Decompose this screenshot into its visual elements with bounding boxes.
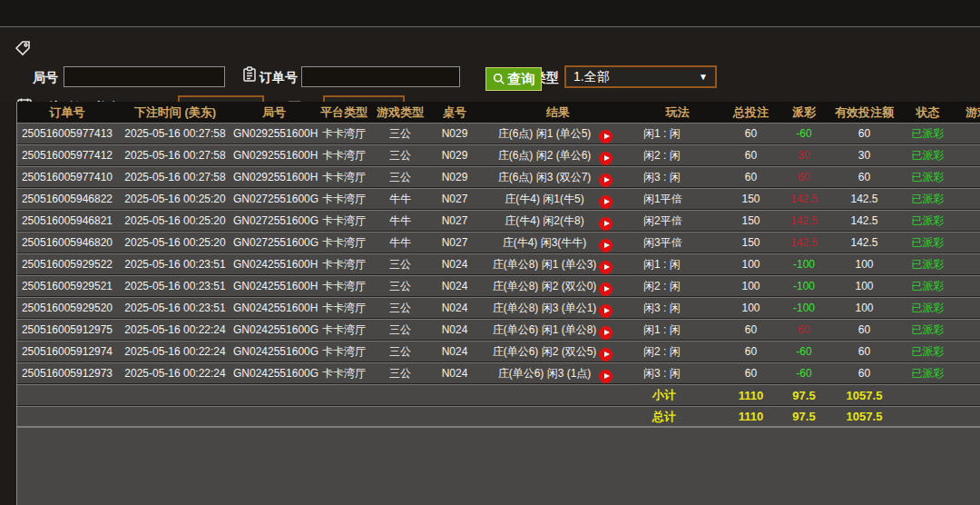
cell-game-no: GN0272551600G [233,193,315,205]
cell-game-no: GN0272551600G [233,214,315,227]
cell-platform-type: 卡卡湾厅 [315,192,373,207]
cell-payout: 30 [781,149,827,162]
cell-table-no: N027 [427,193,482,205]
play-video-icon[interactable] [599,130,612,144]
cell-order-id: 250516005912973 [17,367,117,380]
play-video-icon[interactable] [599,326,612,340]
cell-status: 已派彩 [902,366,954,381]
query-button-label: 查询 [508,71,535,88]
column-header: 总投注 [720,104,781,121]
column-header: 玩法 [634,104,720,121]
cell-table-no: N024 [427,280,482,292]
cell-bet-time: 2025-05-16 00:25:20 [117,236,233,249]
clipboard-icon [241,66,258,83]
total-payout: 97.5 [781,410,827,423]
cell-order-id: 250516005946821 [17,214,117,227]
cell-valid-bet: 142.5 [827,236,902,249]
column-header: 桌号 [427,104,482,121]
query-button[interactable]: 查询 [485,67,542,91]
play-video-icon[interactable] [599,370,612,383]
cell-platform-type: 卡卡湾厅 [315,213,373,229]
column-header: 状态 [902,104,954,121]
play-video-icon[interactable] [599,304,612,318]
cell-order-id: 250516005929520 [17,302,117,314]
cell-payout: 142.5 [781,193,827,205]
play-triangle-icon [604,373,610,379]
play-video-icon[interactable] [599,261,612,274]
table-row: 250516005912975 2025-05-16 00:22:24 GN02… [17,319,980,341]
cell-order-id: 250516005946822 [17,193,117,205]
cell-play-type: 闲2 : 闲 [634,148,720,163]
total-valid-bet: 1057.5 [827,410,902,423]
table-row: 250516005912973 2025-05-16 00:22:24 GN02… [17,362,980,384]
cell-order-id: 250516005912975 [17,323,117,336]
cell-table-no: N029 [427,171,482,183]
cell-total-bet: 60 [720,171,781,183]
cell-bet-time: 2025-05-16 00:25:20 [117,193,233,205]
cell-table-no: N029 [427,149,482,162]
play-video-icon[interactable] [599,217,612,231]
play-triangle-icon [604,330,610,335]
cell-valid-bet: 60 [827,345,902,358]
cell-order-id: 250516005946820 [17,236,117,249]
cell-result: 庄(单公8) 闲2 (双公0) [482,279,634,294]
play-video-icon[interactable] [599,239,612,252]
cell-table-no: N024 [427,367,482,380]
cell-result: 庄(牛4) 闲3(牛牛) [482,235,634,251]
cell-bet-time: 2025-05-16 00:27:58 [117,127,233,140]
order-no-label: 订单号 [260,68,298,86]
cell-platform-type: 卡卡湾厅 [315,301,373,316]
column-header: 订单号 [17,104,117,121]
cell-play-type: 闲1 : 闲 [634,257,720,272]
cell-table-no: N024 [427,302,482,314]
cell-platform-type: 卡卡湾厅 [315,148,373,163]
play-video-icon[interactable] [599,173,612,187]
window-title-bar [0,0,980,27]
cell-platform-type: 卡卡湾厅 [315,366,373,381]
cell-payout: 142.5 [781,214,827,227]
cell-play-type: 闲2 : 闲 [634,279,720,294]
cell-play-type: 闲3 : 闲 [634,170,720,185]
cell-status: 已派彩 [902,213,954,229]
cell-game-type: 三公 [373,148,427,163]
cell-platform-type: 卡卡湾厅 [315,126,373,142]
order-no-input[interactable] [301,66,460,87]
cell-payout: 60 [781,171,827,183]
cell-order-id: 250516005977413 [17,127,117,140]
cell-game-type: 三公 [373,257,427,272]
game-no-input[interactable] [64,66,225,87]
orders-table: 订单号下注时间 (美东)局号平台类型游戏类型桌号结果玩法总投注派彩有效投注额状态… [16,102,980,505]
cell-order-id: 250516005929522 [17,258,117,271]
cell-valid-bet: 100 [827,280,902,292]
cell-play-type: 闲3 : 闲 [634,366,720,381]
cell-game-no: GN0242551600G [233,367,315,380]
play-video-icon[interactable] [599,152,612,165]
cell-game-type: 三公 [373,279,427,294]
cell-valid-bet: 100 [827,302,902,314]
cell-status: 已派彩 [902,344,954,360]
column-header: 局号 [233,104,315,121]
column-header: 派彩 [781,104,827,121]
platform-type-select[interactable]: 1.全部 ▼ [564,65,717,88]
cell-status: 已派彩 [902,257,954,272]
cell-platform-type: 卡卡湾厅 [315,344,373,360]
cell-game-type: 三公 [373,322,427,338]
table-row: 250516005929522 2025-05-16 00:23:51 GN02… [17,253,980,275]
subtotal-row: 小计 1110 97.5 1057.5 [17,384,980,406]
table-row: 250516005929521 2025-05-16 00:23:51 GN02… [17,275,980,297]
cell-total-bet: 150 [720,214,781,227]
cell-table-no: N029 [427,127,482,140]
cell-payout: -60 [781,367,827,380]
cell-valid-bet: 60 [827,127,902,140]
total-total-bet: 1110 [720,410,781,423]
result-text: 庄(6点) 闲2 (单公6) [498,149,592,162]
play-video-icon[interactable] [599,195,612,209]
cell-table-no: N024 [427,323,482,336]
cell-platform-type: 卡卡湾厅 [315,170,373,185]
cell-result: 庄(6点) 闲3 (双公7) [482,170,634,185]
table-row: 250516005977412 2025-05-16 00:27:58 GN02… [17,144,980,166]
cell-result: 庄(6点) 闲2 (单公6) [482,148,634,163]
play-video-icon[interactable] [599,348,612,361]
subtotal-valid-bet: 1057.5 [827,389,902,402]
play-video-icon[interactable] [599,282,612,296]
